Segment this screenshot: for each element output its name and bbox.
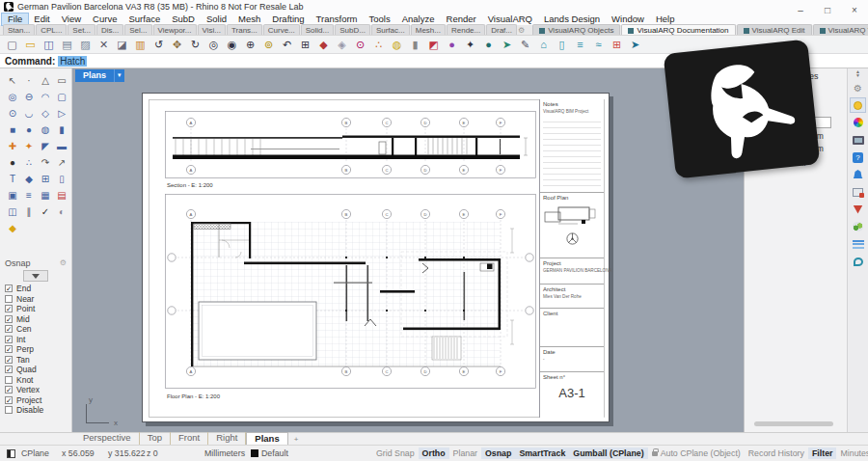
visualarq-tab[interactable]: VisualARQ Tools — [813, 24, 868, 35]
palette-tool-icon[interactable]: ▦ — [38, 187, 53, 203]
osnap-checkbox-item[interactable]: ✓ End — [5, 284, 67, 294]
palette-tool-icon[interactable]: ● — [21, 122, 37, 137]
visualarq-tab[interactable]: VisualARQ Objects — [532, 24, 620, 35]
palette-tool-icon[interactable]: ◎ — [5, 89, 20, 104]
toolbar-tab[interactable]: Set... — [68, 24, 95, 35]
status-toggle[interactable]: SmartTrack — [515, 447, 569, 459]
status-toggle[interactable]: Grid Snap — [372, 447, 419, 459]
palette-tool-icon[interactable]: ◡ — [21, 105, 37, 121]
palette-tool-icon[interactable]: ◫ — [5, 203, 20, 219]
checkbox[interactable] — [5, 406, 13, 414]
palette-tool-icon[interactable]: ▣ — [5, 187, 20, 203]
palette-tool-icon[interactable]: ■ — [5, 122, 20, 137]
toolbar-icon[interactable]: ⊙ — [353, 37, 367, 52]
palette-tool-icon[interactable]: ● — [5, 154, 20, 170]
menu-item[interactable]: Help — [650, 14, 681, 25]
palette-tool-icon[interactable]: ∥ — [21, 203, 37, 219]
bell-icon[interactable] — [850, 167, 866, 182]
palette-tool-icon[interactable]: ⊞ — [38, 171, 53, 186]
toolbar-icon[interactable]: ≡ — [573, 37, 587, 52]
viewport-tab[interactable]: Plans — [246, 432, 287, 446]
menu-item[interactable]: Curve — [87, 14, 122, 25]
command-input-value[interactable]: Hatch — [58, 56, 87, 67]
toolbar-icon[interactable]: ◎ — [206, 37, 221, 52]
toolbar-icon[interactable]: ✥ — [170, 37, 184, 52]
status-toggle[interactable]: Osnap — [481, 447, 515, 459]
checkbox[interactable]: ✓ — [5, 336, 13, 343]
toolbar-icon[interactable]: ▢ — [5, 37, 19, 52]
visualarq-tab[interactable]: VisualARQ Edit — [737, 24, 812, 35]
checkbox[interactable]: ✓ — [5, 285, 13, 292]
status-toggle[interactable]: Record History — [745, 447, 808, 459]
palette-tool-icon[interactable]: ◠ — [38, 89, 53, 104]
menu-item[interactable]: Lands Design — [538, 14, 606, 25]
gear-icon[interactable]: ⚙ — [850, 80, 866, 95]
cplane-swatch-icon[interactable] — [7, 449, 15, 458]
palette-tool-icon[interactable]: ◇ — [38, 105, 53, 121]
palette-tool-icon[interactable]: ↖ — [5, 72, 20, 88]
toolbar-icon[interactable]: ▥ — [133, 37, 148, 52]
toolbar-tab[interactable]: Viewpor... — [153, 24, 197, 35]
palette-tool-icon[interactable]: ▷ — [54, 105, 69, 121]
minimize-button[interactable]: – — [787, 5, 814, 15]
osnap-checkbox-item[interactable]: ✓ Quad — [5, 365, 67, 375]
palette-tool-icon[interactable]: ▬ — [54, 138, 69, 153]
checkbox[interactable]: ✓ — [5, 386, 13, 393]
osnap-checkbox-item[interactable]: ✓ Mid — [5, 314, 67, 325]
viewport-tab-label[interactable]: Plans — [75, 69, 114, 82]
toolbar-icon[interactable]: ⊕ — [243, 37, 258, 52]
toolbar-icon[interactable]: ◩ — [426, 37, 441, 52]
toolbar-tab[interactable]: Stan... — [3, 24, 35, 35]
toolbar-icon[interactable]: ↺ — [151, 37, 166, 52]
toolbar-icon[interactable]: ↻ — [188, 37, 203, 52]
shell-icon[interactable] — [850, 254, 866, 269]
checkbox[interactable] — [5, 376, 13, 384]
toolbar-tab[interactable]: Surfac... — [371, 24, 410, 35]
status-toggle[interactable]: Auto CPlane (Object) — [648, 447, 745, 459]
display-icon[interactable] — [850, 132, 866, 148]
status-toggle[interactable]: Filter — [808, 447, 837, 459]
osnap-checkbox-item[interactable]: ✓ Tan — [5, 355, 67, 366]
library-icon[interactable] — [850, 184, 866, 200]
toolbar-icon[interactable]: ∴ — [371, 37, 386, 52]
osnap-filter-button[interactable] — [23, 270, 48, 282]
menu-item[interactable]: Render — [441, 14, 482, 25]
toolbar-icon[interactable]: ✦ — [463, 37, 477, 52]
toolbar-icon[interactable]: ◆ — [316, 37, 331, 52]
close-button[interactable]: × — [841, 5, 868, 15]
toolbar-tab[interactable]: Draf... — [486, 24, 517, 35]
visualarq-icon[interactable] — [850, 202, 866, 217]
palette-tool-icon[interactable]: ◍ — [38, 122, 53, 137]
tab-gear-icon[interactable]: ⚙ — [518, 26, 527, 35]
toolbar-icon[interactable]: ✎ — [518, 37, 532, 52]
palette-tool-icon[interactable]: △ — [38, 72, 53, 88]
layers-icon[interactable] — [850, 236, 866, 252]
layout-viewport[interactable]: Plans ▾ — [72, 68, 744, 432]
current-layer[interactable]: Default — [251, 448, 303, 458]
palette-tool-icon[interactable]: ⊖ — [21, 89, 37, 104]
bulb-icon[interactable] — [850, 97, 866, 113]
toolbar-icon[interactable]: ➤ — [628, 37, 642, 52]
toolbar-tab[interactable]: Solid... — [301, 24, 334, 35]
toolbar-icon[interactable]: ↶ — [280, 37, 294, 52]
osnap-checkbox-item[interactable]: ✓ Perp — [5, 344, 67, 355]
toolbar-tab[interactable]: Mesh... — [411, 24, 446, 35]
toolbar-icon[interactable]: ◫ — [41, 37, 56, 52]
layout-sheet[interactable]: A B C D E F A — [142, 93, 610, 422]
panel-horizontal-scrollbar[interactable] — [754, 421, 833, 426]
menu-item[interactable]: Analyze — [396, 14, 441, 25]
viewport-tab[interactable]: Top — [140, 432, 171, 446]
palette-tool-icon[interactable]: ▭ — [54, 72, 69, 88]
menu-item[interactable]: Transform — [311, 14, 364, 25]
osnap-checkbox-item[interactable]: ✓ Point — [5, 304, 67, 314]
status-toggle[interactable]: Minutes from last — [836, 447, 868, 459]
palette-tool-icon[interactable]: ⊙ — [5, 105, 20, 121]
palette-tool-icon[interactable]: ◤ — [38, 138, 53, 153]
menu-item[interactable]: Window — [606, 14, 650, 25]
palette-tool-icon[interactable]: ▢ — [54, 89, 69, 104]
menu-item[interactable]: SubD — [166, 14, 201, 25]
palette-tool-icon[interactable]: ↗ — [54, 154, 69, 170]
status-toggle[interactable]: Gumball (CPlane) — [569, 447, 647, 459]
viewport-tab-caret-icon[interactable]: ▾ — [114, 69, 124, 82]
toolbar-tab[interactable]: SubD... — [335, 24, 370, 35]
